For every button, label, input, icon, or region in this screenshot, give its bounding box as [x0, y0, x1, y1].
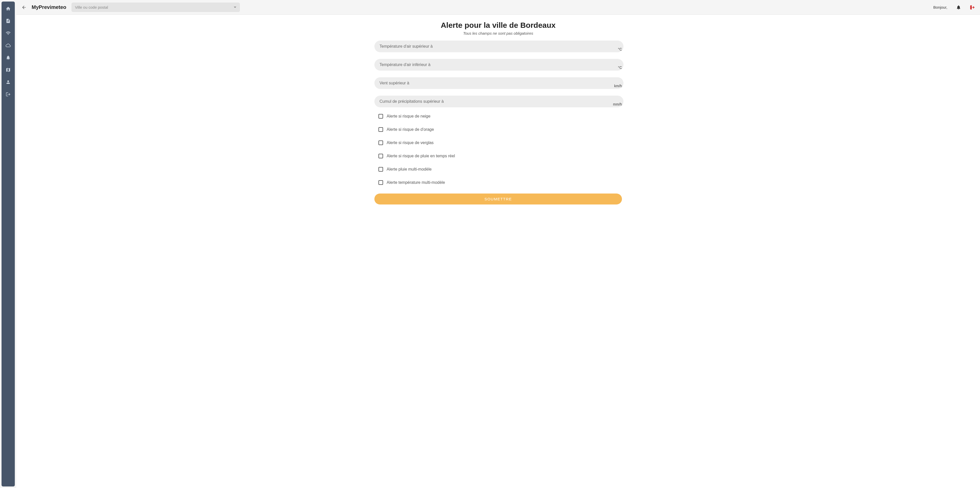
field-temp-above: °C	[374, 41, 622, 52]
unit-label: °C	[612, 65, 622, 70]
checkbox-box[interactable]	[379, 180, 383, 185]
topbar: MyPrevimeteo Bonjour,	[16, 0, 980, 15]
checkbox-section: Alerte si risque de neige Alerte si risq…	[374, 114, 622, 185]
temp-above-input[interactable]	[374, 41, 624, 52]
page-title: Alerte pour la ville de Bordeaux	[441, 21, 555, 30]
temp-below-input[interactable]	[374, 59, 624, 71]
sidebar	[2, 2, 15, 486]
notifications-icon[interactable]	[956, 5, 961, 10]
submit-button[interactable]: SOUMETTRE	[374, 193, 622, 204]
page-subtitle: Tous les champs ne sont pas obligatoires	[463, 31, 533, 35]
precip-input[interactable]	[374, 96, 624, 107]
map-icon[interactable]	[6, 67, 11, 73]
checkbox-label: Alerte si risque de verglas	[387, 141, 434, 145]
field-precip: mm/h	[374, 96, 622, 107]
home-icon[interactable]	[6, 6, 11, 11]
wind-input[interactable]	[374, 77, 624, 89]
cloud-icon[interactable]	[6, 43, 11, 48]
unit-label: mm/h	[612, 102, 622, 106]
checkbox-rain-realtime[interactable]: Alerte si risque de pluie en temps réel	[379, 154, 622, 158]
content: Alerte pour la ville de Bordeaux Tous le…	[16, 15, 980, 488]
checkbox-temp-multimodel[interactable]: Alerte température multi-modèle	[379, 180, 622, 185]
checkbox-label: Alerte si risque de d'orage	[387, 127, 434, 132]
checkbox-box[interactable]	[379, 167, 383, 171]
checkbox-box[interactable]	[379, 114, 383, 119]
alert-form: °C °C km/h mm/h	[374, 41, 622, 193]
search-container	[72, 3, 240, 12]
checkbox-box[interactable]	[379, 141, 383, 145]
wifi-icon[interactable]	[6, 31, 11, 36]
document-icon[interactable]	[6, 18, 11, 24]
app-title: MyPrevimeteo	[32, 4, 66, 10]
greeting-text: Bonjour,	[933, 5, 947, 10]
checkbox-label: Alerte si risque de neige	[387, 114, 431, 119]
checkbox-storm[interactable]: Alerte si risque de d'orage	[379, 127, 622, 132]
sidebar-logout-icon[interactable]	[6, 92, 11, 97]
checkbox-rain-multimodel[interactable]: Alerte pluie multi-modèle	[379, 167, 622, 171]
logout-icon[interactable]	[970, 5, 975, 10]
checkbox-label: Alerte température multi-modèle	[387, 180, 445, 185]
unit-label: km/h	[612, 84, 622, 88]
field-wind: km/h	[374, 77, 622, 89]
chevron-down-icon[interactable]	[234, 6, 236, 9]
user-icon[interactable]	[6, 79, 11, 85]
checkbox-box[interactable]	[379, 154, 383, 158]
unit-label: °C	[612, 47, 622, 51]
back-arrow-icon[interactable]	[21, 5, 27, 10]
checkbox-snow[interactable]: Alerte si risque de neige	[379, 114, 622, 119]
search-input[interactable]	[72, 3, 240, 12]
checkbox-label: Alerte pluie multi-modèle	[387, 167, 431, 171]
field-temp-below: °C	[374, 59, 622, 71]
main-area: MyPrevimeteo Bonjour, Alerte pour la vil…	[16, 0, 980, 488]
checkbox-label: Alerte si risque de pluie en temps réel	[387, 154, 455, 158]
bell-icon[interactable]	[6, 55, 11, 60]
checkbox-ice[interactable]: Alerte si risque de verglas	[379, 141, 622, 145]
checkbox-box[interactable]	[379, 127, 383, 132]
